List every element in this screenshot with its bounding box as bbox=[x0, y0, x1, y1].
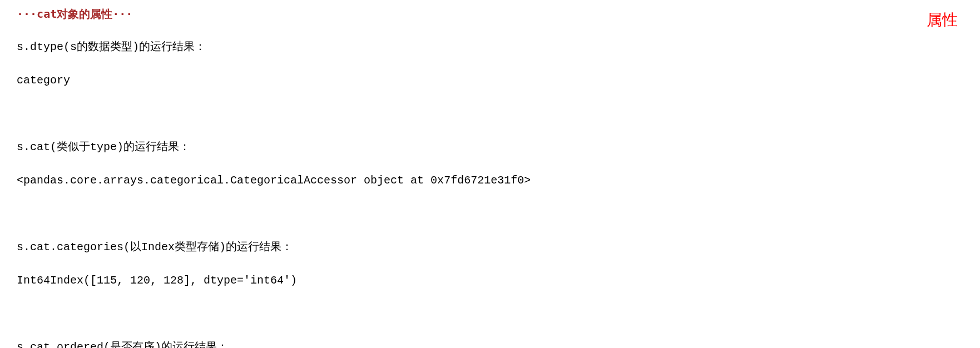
cat-block: s.cat(类似于type)的运行结果： <pandas.core.arrays… bbox=[17, 122, 963, 206]
categories-block: s.cat.categories(以Index类型存储)的运行结果： Int64… bbox=[17, 222, 963, 306]
top-right-label: 属性 bbox=[927, 8, 958, 32]
dtype-result: category bbox=[17, 72, 963, 89]
categories-label: s.cat.categories(以Index类型存储)的运行结果： bbox=[17, 239, 963, 256]
cat-result: <pandas.core.arrays.categorical.Categori… bbox=[17, 172, 963, 189]
header-title: ···cat对象的属性··· bbox=[17, 6, 963, 22]
categories-result: Int64Index([115, 120, 128], dtype='int64… bbox=[17, 272, 963, 289]
dtype-label: s.dtype(s的数据类型)的运行结果： bbox=[17, 39, 963, 56]
cat-label: s.cat(类似于type)的运行结果： bbox=[17, 139, 963, 156]
dtype-block: s.dtype(s的数据类型)的运行结果： category bbox=[17, 22, 963, 106]
ordered-block: s.cat.ordered(是否有序)的运行结果： False bbox=[17, 322, 963, 348]
ordered-label: s.cat.ordered(是否有序)的运行结果： bbox=[17, 339, 963, 348]
